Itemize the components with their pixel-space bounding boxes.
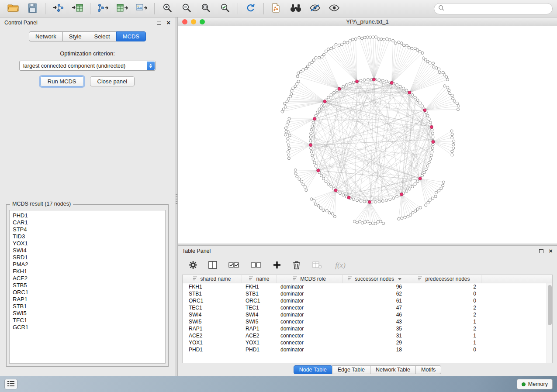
table-row[interactable]: ORC1ORC1dominator610: [183, 297, 552, 304]
table-row[interactable]: SWI5SWI5connector431: [183, 318, 552, 325]
export-table-button[interactable]: [114, 2, 131, 16]
float-table-panel-icon[interactable]: [539, 249, 543, 253]
table-cell[interactable]: ORC1: [242, 298, 277, 304]
table-cell[interactable]: 47: [343, 305, 407, 311]
table-cell[interactable]: 18: [343, 347, 407, 353]
table-cell[interactable]: connector: [277, 305, 343, 311]
table-cell[interactable]: STB1: [242, 291, 277, 297]
import-network-button[interactable]: [49, 2, 67, 16]
run-mcds-button[interactable]: Run MCDS: [40, 76, 84, 86]
table-cell[interactable]: ORC1: [183, 298, 242, 304]
table-cell[interactable]: RAP1: [242, 326, 277, 332]
table-cell[interactable]: ACE2: [183, 333, 242, 339]
table-cell[interactable]: SWI4: [183, 312, 242, 318]
mcds-list-item[interactable]: YOX1: [13, 240, 165, 247]
table-cell[interactable]: dominator: [277, 312, 343, 318]
vertical-splitter[interactable]: [175, 17, 178, 376]
table-cell[interactable]: 2: [407, 326, 481, 332]
table-scrollbar[interactable]: [547, 283, 552, 363]
table-cell[interactable]: 31: [343, 333, 407, 339]
mcds-list-item[interactable]: STP4: [13, 226, 165, 233]
table-cell[interactable]: YOX1: [183, 340, 242, 346]
table-cell[interactable]: connector: [277, 333, 343, 339]
mcds-list-item[interactable]: SRD1: [13, 254, 165, 261]
table-cell[interactable]: 2: [407, 284, 481, 290]
table-cell[interactable]: PHD1: [183, 347, 242, 353]
zoom-in-button[interactable]: [159, 2, 176, 16]
toolbar-search[interactable]: [434, 3, 553, 14]
hide-analysis-button[interactable]: [306, 2, 324, 16]
table-cell[interactable]: 1: [407, 340, 481, 346]
table-cell[interactable]: PHD1: [242, 347, 277, 353]
table-cell[interactable]: 0: [407, 298, 481, 304]
search-input[interactable]: [447, 6, 548, 12]
mcds-list-item[interactable]: PHD1: [13, 212, 165, 219]
network-window-titlebar[interactable]: YPA_prune.txt_1: [178, 17, 557, 26]
table-cell[interactable]: 2: [407, 312, 481, 318]
mcds-result-list[interactable]: PHD1CAR1STP4TID3YOX1SWI4SRD1PMA2FKH1ACE2…: [9, 210, 166, 364]
delete-table-button[interactable]: [311, 260, 324, 271]
mcds-list-item[interactable]: ORC1: [13, 289, 165, 296]
table-cell[interactable]: dominator: [277, 347, 343, 353]
tab-style[interactable]: Style: [62, 31, 88, 41]
open-session-button[interactable]: [4, 2, 22, 16]
column-header-shared-name[interactable]: shared name: [183, 275, 242, 283]
select-all-button[interactable]: [227, 260, 241, 271]
tab-edge-table[interactable]: Edge Table: [332, 365, 370, 374]
export-network-button[interactable]: [94, 2, 112, 16]
table-cell[interactable]: 0: [407, 347, 481, 353]
function-builder-button[interactable]: f(x): [332, 260, 349, 271]
table-row[interactable]: RAP1RAP1dominator352: [183, 325, 552, 332]
table-row[interactable]: STB1STB1dominator620: [183, 290, 552, 297]
network-canvas[interactable]: [178, 26, 557, 244]
close-table-panel-icon[interactable]: ×: [549, 249, 553, 253]
scrollbar-thumb[interactable]: [548, 285, 552, 325]
table-cell[interactable]: RAP1: [183, 326, 242, 332]
table-cell[interactable]: 1: [407, 319, 481, 325]
zoom-selected-button[interactable]: [216, 2, 234, 16]
mcds-list-item[interactable]: RAP1: [13, 296, 165, 303]
mcds-list-item[interactable]: SWI4: [13, 247, 165, 254]
tab-network[interactable]: Network: [29, 31, 63, 41]
search-network-button[interactable]: [287, 2, 304, 16]
mcds-list-item[interactable]: ACE2: [13, 275, 165, 282]
table-cell[interactable]: dominator: [277, 326, 343, 332]
table-cell[interactable]: 35: [343, 326, 407, 332]
table-row[interactable]: SWI4SWI4dominator462: [183, 311, 552, 318]
delete-column-button[interactable]: [291, 260, 302, 271]
deselect-all-button[interactable]: [249, 260, 263, 271]
tab-select[interactable]: Select: [88, 31, 117, 41]
column-header-predecessor-nodes[interactable]: predecessor nodes: [407, 275, 481, 283]
mcds-list-item[interactable]: FKH1: [13, 268, 165, 275]
column-header-successor-nodes[interactable]: successor nodes: [343, 275, 407, 283]
window-close-icon[interactable]: [182, 19, 187, 24]
import-table-button[interactable]: [69, 2, 86, 16]
table-cell[interactable]: ACE2: [242, 333, 277, 339]
table-cell[interactable]: SWI5: [183, 319, 242, 325]
table-cell[interactable]: FKH1: [183, 284, 242, 290]
save-session-button[interactable]: [24, 2, 41, 16]
memory-button[interactable]: Memory: [517, 379, 553, 389]
table-settings-button[interactable]: [187, 260, 199, 271]
mcds-list-item[interactable]: STB5: [13, 282, 165, 289]
float-panel-icon[interactable]: [157, 21, 161, 25]
mcds-list-item[interactable]: SWI5: [13, 310, 165, 317]
table-cell[interactable]: dominator: [277, 291, 343, 297]
mcds-list-item[interactable]: CAR1: [13, 219, 165, 226]
window-minimize-icon[interactable]: [191, 19, 196, 24]
criterion-dropdown[interactable]: largest connected component (undirected): [19, 61, 156, 71]
column-header-name[interactable]: name: [242, 275, 277, 283]
add-column-button[interactable]: [271, 260, 283, 271]
table-cell[interactable]: connector: [277, 319, 343, 325]
table-cell[interactable]: connector: [277, 340, 343, 346]
table-cell[interactable]: SWI4: [242, 312, 277, 318]
table-cell[interactable]: 61: [343, 298, 407, 304]
mcds-list-item[interactable]: STB1: [13, 303, 165, 310]
show-columns-button[interactable]: [207, 260, 218, 271]
table-cell[interactable]: 0: [407, 291, 481, 297]
table-cell[interactable]: dominator: [277, 284, 343, 290]
table-row[interactable]: TEC1TEC1connector472: [183, 304, 552, 311]
column-header-mcds-role[interactable]: MCDS role: [277, 275, 343, 283]
window-maximize-icon[interactable]: [200, 19, 205, 24]
tab-node-table[interactable]: Node Table: [294, 365, 332, 374]
